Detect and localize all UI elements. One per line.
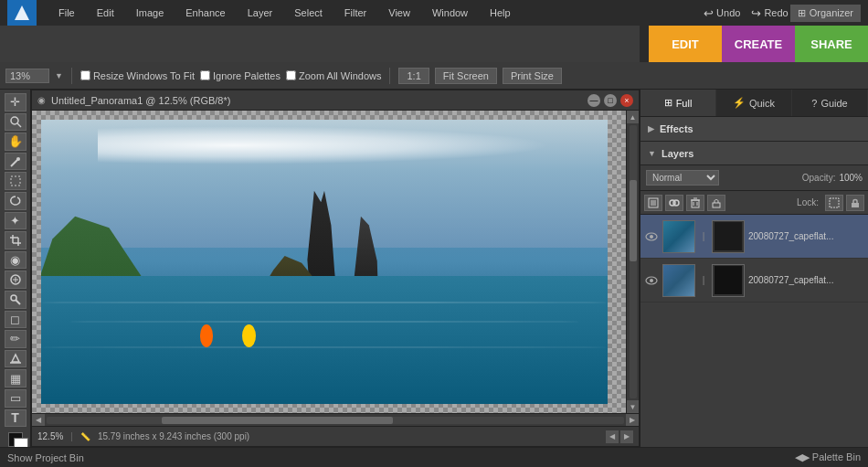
window-maximize-button[interactable]: □: [604, 94, 617, 107]
menu-window[interactable]: Window: [429, 5, 471, 20]
lock-layer-button[interactable]: [707, 195, 725, 211]
menu-file[interactable]: File: [55, 5, 79, 20]
palette-bin-button[interactable]: ◀▶ Palette Bin: [795, 451, 861, 463]
scroll-h-thumb[interactable]: [162, 417, 393, 424]
lasso-tool[interactable]: [5, 192, 26, 210]
eraser-tool[interactable]: ◻: [5, 311, 26, 329]
link-layers-button[interactable]: [665, 195, 683, 211]
menu-view[interactable]: View: [385, 5, 414, 20]
zoom-tool[interactable]: [5, 113, 26, 132]
blend-mode-select[interactable]: Normal: [646, 170, 719, 186]
menu-help[interactable]: Help: [486, 5, 514, 20]
scroll-down-button[interactable]: ▼: [627, 400, 640, 413]
eyedropper-tool[interactable]: [5, 153, 26, 171]
btn-1-1[interactable]: 1:1: [398, 68, 429, 84]
mode-tabs: EDIT CREATE SHARE: [649, 26, 868, 62]
canvas-inner: ▲ ▼: [32, 111, 639, 413]
tab-guide[interactable]: ? Guide: [792, 90, 868, 116]
scroll-v-track: [630, 125, 637, 398]
main-area: ✛ ✋ ✦ ◉ ◻ ✏ ▦ ▭ T: [0, 90, 868, 447]
new-layer-from-background-button[interactable]: [644, 195, 662, 211]
zoom-dropdown-arrow[interactable]: ▼: [55, 71, 63, 80]
scroll-right-button[interactable]: ▶: [626, 414, 639, 427]
resize-windows-check[interactable]: [80, 70, 90, 80]
layer-visibility-2[interactable]: [644, 273, 659, 288]
layer-mask-2: [712, 264, 745, 297]
brush-tool[interactable]: ✏: [5, 330, 26, 348]
layer-item-2[interactable]: | 20080727_capeflat...: [640, 259, 868, 302]
menu-layer[interactable]: Layer: [244, 5, 277, 20]
svg-point-29: [650, 235, 653, 239]
menu-bar: File Edit Image Enhance Layer Select Fil…: [0, 0, 868, 26]
menu-filter[interactable]: Filter: [341, 5, 370, 20]
opacity-label: Opacity:: [802, 173, 836, 183]
svg-rect-27: [852, 203, 859, 207]
spot-heal-tool[interactable]: [5, 271, 26, 289]
redeye-tool[interactable]: ◉: [5, 251, 26, 270]
menu-select[interactable]: Select: [291, 5, 326, 20]
layers-section-header[interactable]: ▼ Layers: [640, 142, 868, 165]
redo-button[interactable]: ↪ Redo: [751, 6, 788, 20]
zoom-all-windows-checkbox[interactable]: Zoom All Windows: [286, 70, 381, 81]
tab-create[interactable]: CREATE: [722, 26, 795, 62]
resize-windows-checkbox[interactable]: Resize Windows To Fit: [80, 70, 195, 81]
tab-full[interactable]: ⊞ Full: [640, 90, 716, 116]
layer-item-1[interactable]: | 20080727_capeflat...: [640, 215, 868, 259]
zoom-all-windows-check[interactable]: [286, 70, 296, 80]
kayaker1: [200, 324, 214, 347]
clone-tool[interactable]: [5, 291, 26, 309]
svg-point-4: [16, 157, 20, 161]
tab-share[interactable]: SHARE: [795, 26, 868, 62]
scroll-up-button[interactable]: ▲: [627, 111, 640, 123]
magic-wand-tool[interactable]: ✦: [5, 212, 26, 230]
full-tab-icon: ⊞: [664, 97, 672, 109]
undo-button[interactable]: ↩ Undo: [704, 6, 740, 20]
organizer-button[interactable]: ⊞ Organizer: [790, 5, 861, 22]
ignore-palettes-checkbox[interactable]: Ignore Palettes: [200, 70, 281, 81]
layer-visibility-1[interactable]: [644, 229, 659, 244]
canvas-scrollbar-horizontal[interactable]: ◀ ▶: [32, 413, 639, 426]
canvas-scrollbar-vertical[interactable]: ▲ ▼: [626, 111, 639, 413]
marquee-tool[interactable]: [5, 172, 26, 190]
canvas-image-area[interactable]: [32, 111, 626, 413]
paint-bucket-tool[interactable]: [5, 350, 26, 368]
canvas-area: ◉ Untitled_Panorama1 @ 12.5% (RGB/8*) — …: [31, 90, 640, 447]
scroll-left-button[interactable]: ◀: [32, 414, 45, 427]
hand-tool[interactable]: ✋: [5, 133, 26, 151]
status-left-btn[interactable]: ◀: [606, 430, 619, 443]
show-project-bin-button[interactable]: Show Project Bin: [7, 452, 84, 463]
background-color-swatch[interactable]: [14, 438, 28, 447]
menu-edit[interactable]: Edit: [93, 5, 118, 20]
menu-enhance[interactable]: Enhance: [182, 5, 228, 20]
text-tool[interactable]: T: [5, 409, 26, 428]
layer-link-1: |: [699, 231, 708, 241]
canvas-status-bar: 12.5% | 📏 15.79 inches x 9.243 inches (3…: [32, 426, 639, 446]
menu-image[interactable]: Image: [132, 5, 168, 20]
mode-bar: EDIT CREATE SHARE: [0, 26, 868, 62]
effects-section-header[interactable]: ▶ Effects: [640, 117, 868, 141]
layer-mask-1: [712, 220, 745, 253]
status-right-btn[interactable]: ▶: [620, 430, 633, 443]
svg-rect-25: [713, 203, 720, 207]
ignore-palettes-check[interactable]: [200, 70, 210, 80]
window-close-button[interactable]: ×: [620, 94, 633, 107]
delete-layer-button[interactable]: [686, 195, 704, 211]
lock-label: Lock:: [797, 197, 819, 207]
print-size-button[interactable]: Print Size: [503, 68, 562, 84]
canvas-ruler-icon: 📏: [80, 432, 90, 441]
tab-quick[interactable]: ⚡ Quick: [716, 90, 792, 116]
shape-tool[interactable]: ▭: [5, 389, 26, 408]
fit-screen-button[interactable]: Fit Screen: [435, 68, 497, 84]
gradient-tool[interactable]: ▦: [5, 369, 26, 387]
toolbar-sep-2: [389, 68, 390, 84]
zoom-input[interactable]: [5, 69, 49, 83]
scroll-v-thumb[interactable]: [630, 180, 637, 262]
tab-edit[interactable]: EDIT: [649, 26, 722, 62]
lock-all-button[interactable]: [846, 195, 864, 211]
foreground-color-swatch[interactable]: [8, 432, 23, 447]
window-minimize-button[interactable]: —: [587, 94, 600, 107]
crop-tool[interactable]: [5, 231, 26, 249]
svg-point-19: [673, 200, 679, 206]
move-tool[interactable]: ✛: [5, 93, 26, 111]
lock-transparent-button[interactable]: [825, 195, 843, 211]
